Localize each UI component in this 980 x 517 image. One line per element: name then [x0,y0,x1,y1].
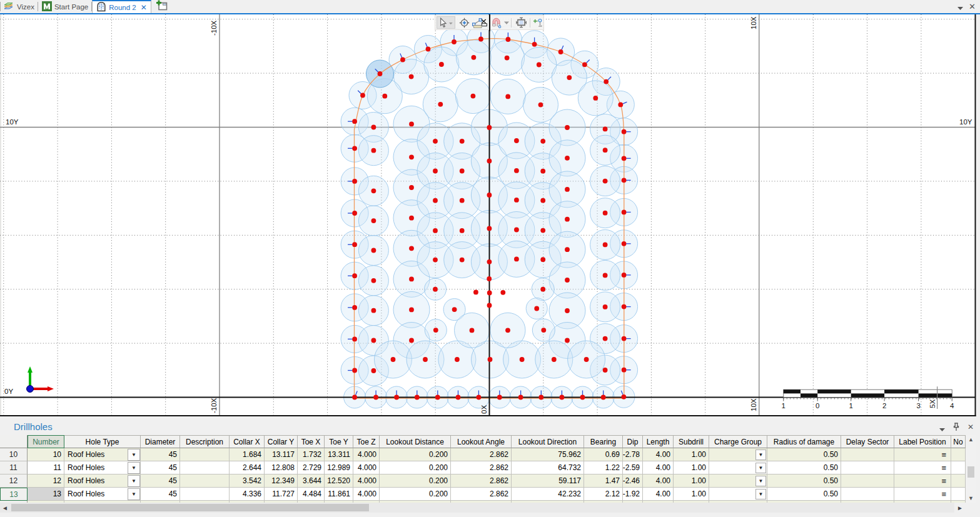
drill-hole[interactable] [433,328,438,333]
cell-hole-type[interactable]: Roof Holes▼ [64,488,141,501]
cell-collar-x[interactable]: 3.542 [230,474,265,488]
drill-hole[interactable] [371,188,376,193]
drill-hole[interactable] [352,146,357,151]
drill-hole[interactable] [435,395,440,400]
drill-hole[interactable] [409,154,414,159]
cell-toe-x[interactable]: 4.484 [298,488,325,501]
drill-hole[interactable] [580,395,585,400]
cell-subdrill[interactable]: 1.00 [674,474,709,488]
drill-hole[interactable] [352,337,357,342]
column-header-length[interactable]: Length [643,435,674,448]
tab-vizex[interactable]: Vizex [0,0,38,13]
drill-hole[interactable] [538,395,543,400]
cell-dip[interactable]: -2.59 [623,461,643,474]
cell-lookout-distance[interactable]: 0.200 [380,474,451,488]
column-header-bearing[interactable]: Bearing [584,435,623,448]
drill-hole[interactable] [433,228,438,233]
cell-lookout-direction[interactable]: 75.962 [512,448,584,461]
cell-radius-of-damage[interactable]: 0.50 [767,474,841,488]
drill-hole[interactable] [622,129,627,134]
cell-toe-x[interactable]: 3.644 [298,474,325,488]
cell-label-position[interactable]: ≡ [894,461,951,474]
drill-hole[interactable] [593,96,598,101]
drill-hole[interactable] [352,273,357,278]
cell-lookout-angle[interactable]: 2.862 [451,474,512,488]
cell-lookout-angle[interactable]: 2.862 [451,448,512,461]
cell-lookout-distance[interactable]: 0.200 [380,488,451,501]
cell-toe-z[interactable]: 4.000 [353,448,380,461]
cell-toe-x[interactable]: 1.732 [298,448,325,461]
drill-hole[interactable] [378,71,383,76]
table-vertical-scrollbar[interactable]: ▲ ▼ [966,435,976,503]
drill-hole[interactable] [540,257,545,262]
cell-lookout-direction[interactable]: 59.117 [512,474,584,488]
drill-hole[interactable] [487,303,492,308]
drill-hole[interactable] [514,257,519,262]
drill-hole[interactable] [520,357,525,362]
drill-hole[interactable] [409,277,414,282]
drill-hole[interactable] [552,357,557,362]
column-header-collar-x[interactable]: Collar X [230,435,265,448]
drill-hole[interactable] [352,179,357,184]
drill-hole[interactable] [565,187,570,192]
drill-hole[interactable] [622,241,627,246]
cell-lookout-direction[interactable]: 64.732 [512,461,584,474]
drill-hole[interactable] [601,395,606,400]
drill-hole[interactable] [603,211,608,216]
drill-hole[interactable] [409,216,414,221]
dropdown-button[interactable]: ▼ [755,449,766,460]
cell-toe-y[interactable]: 11.861 [325,488,353,501]
column-header-lookout-angle[interactable]: Lookout Angle [451,435,512,448]
cell-lookout-distance[interactable]: 0.200 [380,448,451,461]
cell-radius-of-damage[interactable]: 0.50 [767,448,841,461]
drill-hole[interactable] [622,394,627,399]
drill-hole[interactable] [538,103,543,108]
cell-toe-y[interactable]: 12.989 [325,461,353,474]
drill-hole[interactable] [352,119,357,124]
cell-lookout-distance[interactable]: 0.200 [380,461,451,474]
cell-length[interactable]: 4.00 [643,488,674,501]
drill-hole[interactable] [426,47,431,52]
cell-label-position[interactable]: ≡ [894,474,951,488]
cell-collar-y[interactable]: 11.727 [265,488,298,501]
drill-hole[interactable] [565,125,570,130]
cell-label-position[interactable]: ≡ [894,488,951,501]
pane-dropdown-icon[interactable] [957,1,963,13]
drill-hole[interactable] [409,185,414,190]
cell-subdrill[interactable]: 1.00 [674,448,709,461]
drill-hole[interactable] [373,395,378,400]
cell-label-position[interactable]: ≡ [894,448,951,461]
cell-toe-y[interactable]: 12.520 [325,474,353,488]
drill-hole[interactable] [506,37,511,42]
drill-hole[interactable] [452,39,457,44]
drill-hole[interactable] [565,247,570,252]
drill-hole[interactable] [352,305,357,310]
drill-hole[interactable] [423,357,428,362]
drill-hole[interactable] [409,308,414,313]
cell-collar-y[interactable]: 12.349 [265,474,298,488]
cell-bearing[interactable]: 2.12 [584,488,623,501]
drill-hole[interactable] [560,395,565,400]
drill-hole[interactable] [582,62,587,67]
panel-pin-icon[interactable] [953,423,959,434]
drill-hole[interactable] [622,336,627,341]
drill-hole[interactable] [371,338,376,343]
cell-toe-y[interactable]: 13.311 [325,448,353,461]
cell-description[interactable] [180,488,230,501]
new-tab-button[interactable] [151,0,172,13]
pane-close-icon[interactable]: ✕ [969,2,976,11]
cell-toe-z[interactable]: 4.000 [353,461,380,474]
drill-hole[interactable] [505,56,510,61]
drill-hole[interactable] [518,395,523,400]
column-header-dip[interactable]: Dip [623,435,643,448]
drill-hole[interactable] [487,125,492,130]
cell-lookout-direction[interactable]: 42.232 [512,488,584,501]
drill-hole[interactable] [540,287,545,292]
drill-hole[interactable] [456,395,461,400]
drill-hole[interactable] [471,94,476,99]
cell-description[interactable] [180,461,230,474]
drill-hole[interactable] [540,198,545,203]
row-number[interactable]: 11 [0,461,28,474]
drill-hole[interactable] [400,58,405,63]
column-header-toe-y[interactable]: Toe Y [325,435,353,448]
